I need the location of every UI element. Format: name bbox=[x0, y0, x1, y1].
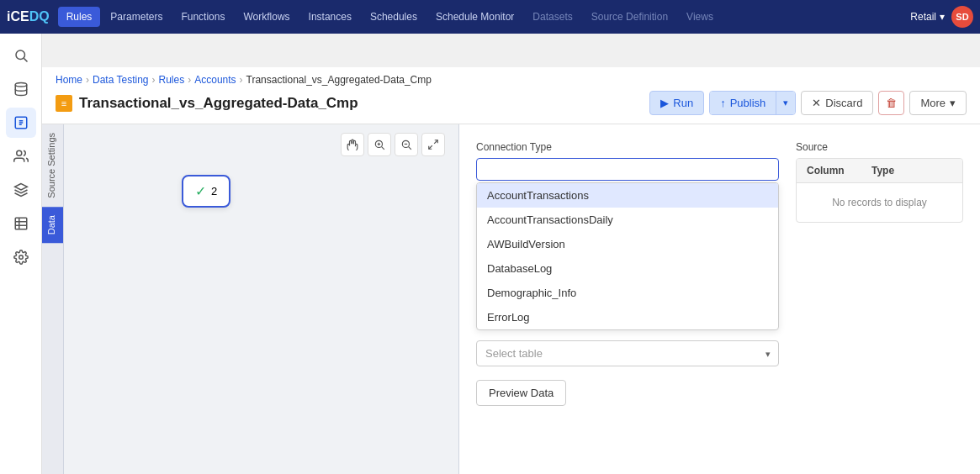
dropdown-item-1[interactable]: AccountTransactionsDaily bbox=[477, 208, 778, 232]
publish-split-button: ↑ Publish ▾ bbox=[709, 91, 796, 115]
select-table-wrapper: Select table ▾ bbox=[476, 340, 779, 366]
svg-point-0 bbox=[16, 50, 25, 60]
breadcrumb-rules[interactable]: Rules bbox=[159, 74, 185, 86]
svg-rect-9 bbox=[15, 218, 27, 229]
sidebar-table[interactable] bbox=[6, 208, 36, 239]
right-col: Source Column Type No records to display bbox=[796, 141, 963, 406]
run-label: Run bbox=[673, 97, 693, 109]
sidebar-settings[interactable] bbox=[6, 242, 36, 272]
fit-screen-tool[interactable] bbox=[421, 133, 445, 156]
page-title: ≡ Transactional_vs_Aggregated-Data_Cmp bbox=[56, 95, 358, 112]
source-col-type: Type bbox=[861, 159, 962, 182]
sidebar-rules[interactable] bbox=[6, 108, 36, 138]
nav-schedules[interactable]: Schedules bbox=[362, 7, 426, 27]
logo-dq: DQ bbox=[29, 9, 50, 24]
user-avatar[interactable]: SD bbox=[951, 6, 973, 28]
canvas-area: ✓ 2 bbox=[64, 124, 458, 474]
connection-type-list: AccountTransactions AccountTransactionsD… bbox=[476, 182, 779, 330]
retail-label: Retail bbox=[910, 11, 936, 23]
svg-point-7 bbox=[16, 150, 21, 155]
publish-icon: ↑ bbox=[720, 97, 726, 109]
content-area: Source Settings Data ✓ 2 bbox=[42, 124, 980, 474]
sidebar-analytics[interactable] bbox=[6, 175, 36, 205]
svg-point-2 bbox=[15, 83, 27, 87]
discard-button[interactable]: ✕ Discard bbox=[801, 91, 873, 115]
source-col-column: Column bbox=[797, 159, 861, 182]
sidebar-users[interactable] bbox=[6, 141, 36, 171]
breadcrumb-current: Transactional_vs_Aggregated-Data_Cmp bbox=[246, 74, 432, 86]
discard-label: Discard bbox=[825, 97, 862, 109]
svg-line-22 bbox=[429, 145, 432, 149]
svg-line-19 bbox=[409, 147, 411, 150]
more-label: More bbox=[920, 97, 946, 109]
sidebar-database[interactable] bbox=[6, 74, 36, 104]
vertical-tabs: Source Settings Data bbox=[42, 124, 64, 474]
preview-data-button[interactable]: Preview Data bbox=[476, 380, 566, 406]
select-table[interactable]: Select table bbox=[476, 340, 779, 366]
logo-ice: iCE bbox=[7, 9, 29, 24]
nav-datasets: Datasets bbox=[524, 7, 580, 27]
node-label: 2 bbox=[211, 185, 217, 198]
sidebar-search[interactable] bbox=[6, 40, 36, 71]
canvas-node[interactable]: ✓ 2 bbox=[182, 175, 230, 208]
nav-views: Views bbox=[678, 7, 722, 27]
title-icon: ≡ bbox=[56, 95, 72, 112]
tab-data[interactable]: Data bbox=[42, 207, 63, 243]
dropdown-item-2[interactable]: AWBuildVersion bbox=[477, 232, 778, 256]
delete-button[interactable]: 🗑 bbox=[878, 91, 904, 115]
node-check-icon: ✓ bbox=[195, 183, 206, 199]
nav-parameters[interactable]: Parameters bbox=[102, 7, 171, 27]
dropdown-item-3[interactable]: DatabaseLog bbox=[477, 256, 778, 281]
source-table-header: Column Type bbox=[797, 159, 962, 183]
top-nav: iCEDQ Rules Parameters Functions Workflo… bbox=[0, 0, 980, 34]
canvas-toolbar bbox=[341, 133, 445, 156]
zoom-out-tool[interactable] bbox=[395, 133, 418, 156]
breadcrumb-data-testing[interactable]: Data Testing bbox=[93, 74, 149, 86]
dropdown-item-0[interactable]: AccountTransactions bbox=[477, 183, 778, 208]
retail-selector[interactable]: Retail ▾ bbox=[910, 11, 945, 23]
svg-line-21 bbox=[434, 140, 437, 144]
breadcrumb-sep1: › bbox=[86, 74, 89, 86]
nav-schedule-monitor[interactable]: Schedule Monitor bbox=[427, 7, 522, 27]
nav-functions[interactable]: Functions bbox=[172, 7, 233, 27]
publish-button[interactable]: ↑ Publish bbox=[710, 92, 776, 114]
breadcrumb-sep4: › bbox=[240, 74, 243, 86]
more-chevron-icon: ▾ bbox=[950, 97, 956, 109]
source-table: Column Type No records to display bbox=[796, 158, 963, 223]
svg-point-13 bbox=[19, 255, 23, 260]
nav-source-definition: Source Definition bbox=[583, 7, 676, 27]
breadcrumb-sep2: › bbox=[152, 74, 156, 86]
data-panel: Connection Type AccountTransactions Acco… bbox=[458, 124, 980, 474]
page-title-text: Transactional_vs_Aggregated-Data_Cmp bbox=[79, 95, 358, 112]
svg-line-15 bbox=[382, 147, 384, 150]
breadcrumb-accounts[interactable]: Accounts bbox=[194, 74, 236, 86]
title-area: Home › Data Testing › Rules › Accounts ›… bbox=[42, 67, 980, 124]
source-label: Source bbox=[796, 141, 963, 153]
publish-dropdown-button[interactable]: ▾ bbox=[776, 92, 795, 114]
trash-icon: 🗑 bbox=[886, 97, 897, 109]
data-panel-cols: Connection Type AccountTransactions Acco… bbox=[476, 141, 963, 406]
more-button[interactable]: More ▾ bbox=[909, 91, 967, 115]
action-buttons: ▶ Run ↑ Publish ▾ ✕ Discard 🗑 bbox=[649, 91, 967, 115]
breadcrumb: Home › Data Testing › Rules › Accounts ›… bbox=[56, 74, 967, 86]
dropdown-item-5[interactable]: ErrorLog bbox=[477, 305, 778, 329]
tab-source-settings[interactable]: Source Settings bbox=[42, 124, 63, 207]
dropdown-item-4[interactable]: Demographic_Info bbox=[477, 281, 778, 305]
connection-type-search[interactable] bbox=[476, 158, 779, 181]
nav-workflows[interactable]: Workflows bbox=[235, 7, 298, 27]
hand-tool[interactable] bbox=[341, 133, 364, 156]
connection-type-label: Connection Type bbox=[476, 141, 779, 153]
svg-marker-8 bbox=[14, 184, 27, 191]
run-button[interactable]: ▶ Run bbox=[649, 91, 704, 115]
retail-dropdown-icon: ▾ bbox=[940, 11, 945, 23]
title-row: ≡ Transactional_vs_Aggregated-Data_Cmp ▶… bbox=[56, 91, 967, 115]
zoom-in-tool[interactable] bbox=[368, 133, 391, 156]
nav-instances[interactable]: Instances bbox=[300, 7, 360, 27]
left-col: Connection Type AccountTransactions Acco… bbox=[476, 141, 779, 406]
svg-line-1 bbox=[24, 58, 27, 61]
breadcrumb-sep3: › bbox=[188, 74, 191, 86]
nav-rules[interactable]: Rules bbox=[58, 7, 101, 27]
publish-label: Publish bbox=[730, 97, 766, 109]
breadcrumb-home[interactable]: Home bbox=[56, 74, 82, 86]
source-empty-message: No records to display bbox=[797, 183, 962, 222]
